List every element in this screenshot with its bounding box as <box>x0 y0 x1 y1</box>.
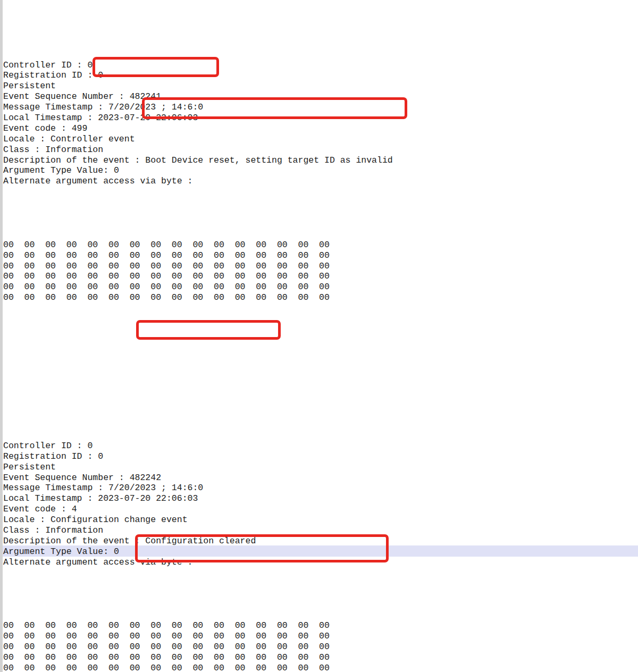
log-line: Registration ID : 0 <box>3 451 393 462</box>
hex-dump-row: 00 00 00 00 00 00 00 00 00 00 00 00 00 0… <box>3 631 393 642</box>
log-line: Event code : 4 <box>3 504 393 515</box>
hex-dump-row: 00 00 00 00 00 00 00 00 00 00 00 00 00 0… <box>3 292 393 303</box>
hex-dump-row: 00 00 00 00 00 00 00 00 00 00 00 00 00 0… <box>3 642 393 652</box>
log-line: Persistent <box>3 81 393 91</box>
log-line: Argument Type Value: 0 <box>3 165 393 176</box>
left-border-strip <box>0 0 3 672</box>
annotation-box-cache-discarded <box>135 534 389 562</box>
log-line: Locale : Configuration change event <box>3 515 393 525</box>
log-line: Alternate argument access via byte : <box>3 176 393 187</box>
hex-dump-row: 00 00 00 00 00 00 00 00 00 00 00 00 00 0… <box>3 261 393 272</box>
annotation-box-local-timestamp <box>93 57 219 77</box>
log-line: Class : Information <box>3 145 393 155</box>
log-line: Description of the event : Boot Device r… <box>3 155 393 166</box>
annotation-box-boot-device-reset <box>142 97 407 119</box>
log-line: Event code : 499 <box>3 123 393 134</box>
blank-line <box>3 589 393 599</box>
log-line: Persistent <box>3 462 393 473</box>
hex-dump-row: 00 00 00 00 00 00 00 00 00 00 00 00 00 0… <box>3 620 393 631</box>
hex-dump-row: 00 00 00 00 00 00 00 00 00 00 00 00 00 0… <box>3 663 393 672</box>
hex-dump-row: 00 00 00 00 00 00 00 00 00 00 00 00 00 0… <box>3 652 393 663</box>
log-line: Controller ID : 0 <box>3 441 393 451</box>
annotation-box-configuration-cleared <box>136 320 281 340</box>
blank-line <box>3 356 393 367</box>
hex-dump-row: 00 00 00 00 00 00 00 00 00 00 00 00 00 0… <box>3 282 393 292</box>
log-line: Message Timestamp : 7/20/2023 ; 14:6:0 <box>3 483 393 493</box>
log-line: Locale : Controller event <box>3 134 393 145</box>
hex-dump-row: 00 00 00 00 00 00 00 00 00 00 00 00 00 0… <box>3 250 393 261</box>
log-line: Event Sequence Number : 482242 <box>3 473 393 483</box>
log-line: Local Timestamp : 2023-07-20 22:06:03 <box>3 493 393 504</box>
blank-line <box>3 208 393 219</box>
hex-dump-row: 00 00 00 00 00 00 00 00 00 00 00 00 00 0… <box>3 271 393 282</box>
hex-dump-row: 00 00 00 00 00 00 00 00 00 00 00 00 00 0… <box>3 240 393 250</box>
